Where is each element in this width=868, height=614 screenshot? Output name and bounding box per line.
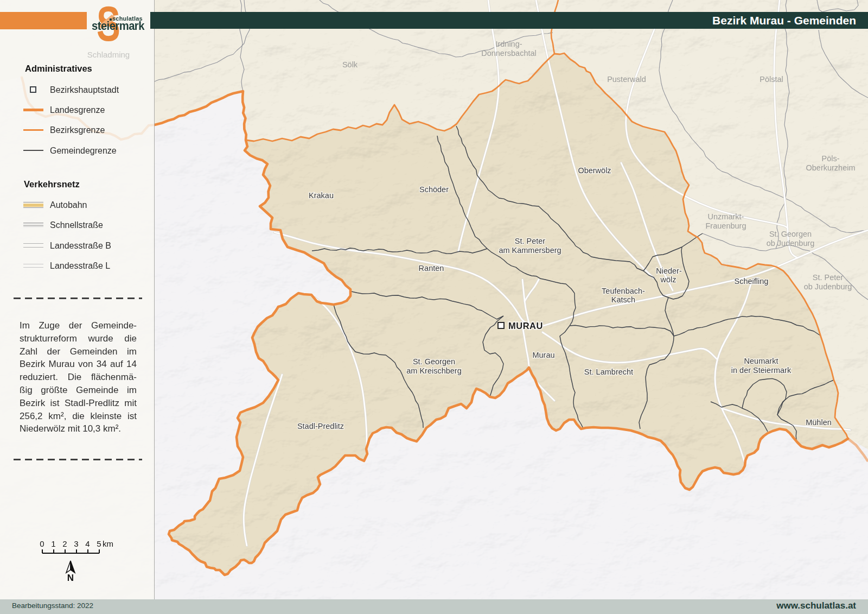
svg-text:Oberkurzheim: Oberkurzheim	[806, 163, 855, 172]
svg-text:Irdning-: Irdning-	[495, 40, 522, 48]
svg-text:Schöder: Schöder	[419, 185, 449, 194]
svg-text:St. Georgen: St. Georgen	[769, 230, 812, 238]
svg-text:ob Judenburg: ob Judenburg	[767, 239, 815, 248]
svg-text:Frauenburg: Frauenburg	[706, 221, 746, 230]
svg-text:Oberwölz: Oberwölz	[578, 166, 611, 175]
svg-text:MURAU: MURAU	[508, 321, 543, 331]
svg-text:Pölstal: Pölstal	[760, 75, 783, 84]
svg-text:Katsch: Katsch	[611, 295, 635, 304]
svg-text:Sölk: Sölk	[342, 60, 358, 69]
svg-text:am Kammersberg: am Kammersberg	[499, 246, 561, 255]
svg-text:St. Lambrecht: St. Lambrecht	[584, 368, 633, 376]
svg-text:Krakau: Krakau	[309, 191, 334, 200]
svg-text:wölz: wölz	[660, 275, 676, 284]
svg-text:Ranten: Ranten	[419, 264, 444, 273]
svg-text:Neumarkt: Neumarkt	[744, 357, 778, 365]
svg-text:Mühlen: Mühlen	[806, 418, 832, 427]
svg-text:Schladming: Schladming	[87, 50, 130, 59]
svg-text:am Kreischberg: am Kreischberg	[406, 366, 462, 375]
svg-text:Teufenbach-: Teufenbach-	[602, 287, 645, 295]
svg-text:Murau: Murau	[532, 351, 554, 359]
svg-text:Nieder-: Nieder-	[656, 267, 682, 275]
svg-text:St. Georgen: St. Georgen	[413, 357, 455, 366]
svg-text:Donnersbachtal: Donnersbachtal	[481, 49, 537, 58]
svg-text:Pusterwald: Pusterwald	[607, 75, 646, 84]
svg-text:Pöls-: Pöls-	[821, 154, 839, 163]
svg-text:ob Judenburg: ob Judenburg	[804, 282, 852, 291]
svg-text:Scheifling: Scheifling	[735, 277, 769, 286]
svg-text:Unzmarkt-: Unzmarkt-	[708, 212, 744, 221]
svg-text:Stadl-Predlitz: Stadl-Predlitz	[297, 422, 344, 431]
svg-text:St. Peter: St. Peter	[515, 237, 546, 245]
svg-text:in der Steiermark: in der Steiermark	[731, 366, 792, 375]
svg-text:St. Peter: St. Peter	[813, 273, 844, 282]
